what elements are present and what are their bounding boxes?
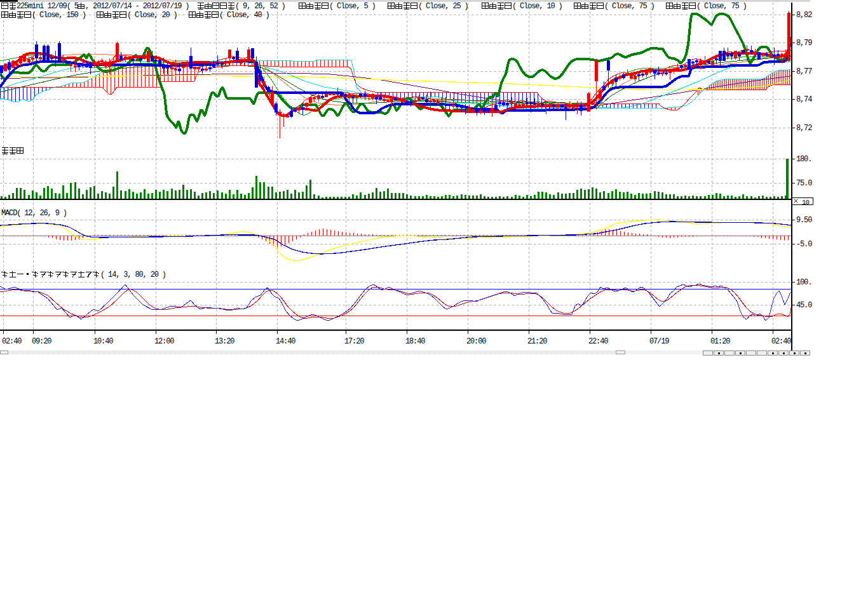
svg-text:-5.0: -5.0	[796, 240, 812, 249]
svg-text:8,72: 8,72	[796, 124, 812, 133]
svg-text:8,74: 8,74	[796, 95, 812, 104]
svg-text:( Close, 25 ): ( Close, 25 )	[418, 2, 468, 11]
svg-text:MACD( 12, 26, 9 ): MACD( 12, 26, 9 )	[1, 209, 67, 218]
svg-text:07/19: 07/19	[649, 337, 669, 346]
svg-text:, 2012/07/14 - 2012/07/19 ): , 2012/07/14 - 2012/07/19 )	[85, 2, 189, 11]
svg-text:( 14, 3, 80, 20 ): ( 14, 3, 80, 20 )	[100, 270, 166, 279]
svg-text:( Close, 75 ): ( Close, 75 )	[604, 2, 654, 11]
svg-text:( Close, 75 ): ( Close, 75 )	[696, 2, 747, 11]
svg-text:21:20: 21:20	[527, 337, 547, 346]
svg-text:9.50: 9.50	[796, 216, 812, 225]
svg-text:17:20: 17:20	[344, 337, 364, 346]
svg-text:8,79: 8,79	[796, 39, 812, 48]
svg-text:225mini 12/09( 5: 225mini 12/09( 5	[17, 2, 79, 11]
svg-text:22:40: 22:40	[588, 337, 608, 346]
svg-text:02:40: 02:40	[771, 337, 791, 346]
svg-text:10: 10	[802, 199, 810, 206]
svg-text:( Close, 40 ): ( Close, 40 )	[219, 11, 269, 20]
svg-text:13:20: 13:20	[215, 337, 234, 346]
svg-text:01:20: 01:20	[710, 337, 730, 346]
svg-text:( Close, 10 ): ( Close, 10 )	[512, 2, 562, 11]
svg-text:75.0: 75.0	[796, 179, 812, 188]
svg-text:45.0: 45.0	[796, 301, 812, 310]
svg-text:180.: 180.	[796, 155, 811, 164]
svg-text:20:00: 20:00	[466, 337, 486, 346]
svg-text:8,77: 8,77	[796, 67, 812, 76]
svg-text:( 9, 26, 52 ): ( 9, 26, 52 )	[235, 2, 285, 11]
svg-text:18:40: 18:40	[405, 337, 425, 346]
svg-text:12:00: 12:00	[154, 337, 174, 346]
svg-text:09:20: 09:20	[32, 337, 51, 346]
svg-text:02:40: 02:40	[2, 337, 22, 346]
svg-text:14:40: 14:40	[276, 337, 295, 346]
svg-text:( Close, 150 ): ( Close, 150 )	[32, 11, 86, 20]
svg-text:8,82: 8,82	[796, 11, 812, 20]
svg-text:10:40: 10:40	[93, 337, 113, 346]
svg-text:100.: 100.	[796, 278, 811, 287]
svg-text:( Close, 5 ): ( Close, 5 )	[329, 2, 376, 11]
svg-text:( Close, 20 ): ( Close, 20 )	[127, 11, 177, 20]
